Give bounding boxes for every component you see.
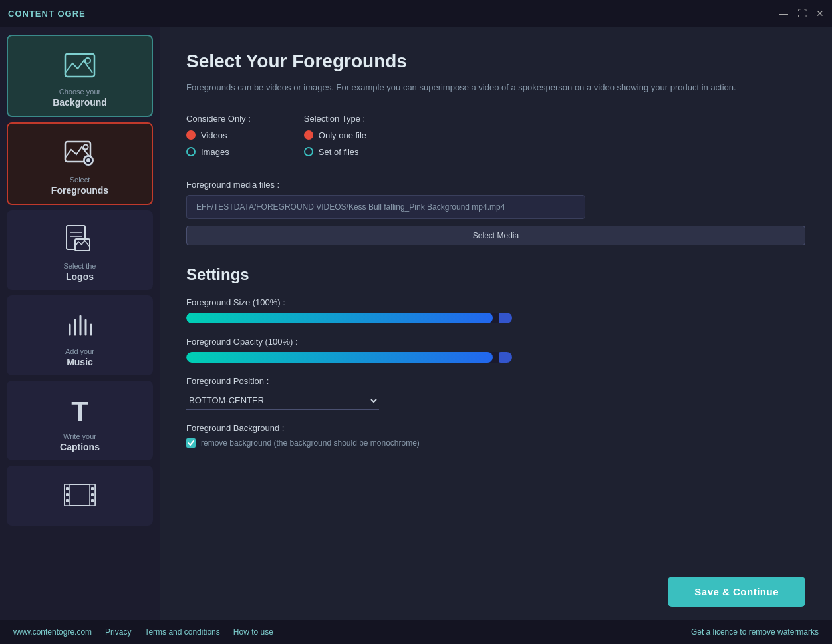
options-row: Considere Only : Videos Images Selection…	[186, 114, 805, 164]
sidebar-logos-sub: Select the	[64, 262, 96, 270]
svg-rect-23	[91, 487, 94, 490]
fg-opacity-slider[interactable]	[186, 352, 512, 363]
sidebar-item-write-captions[interactable]: T Write your Captions	[7, 381, 153, 460]
fg-opacity-fill	[186, 352, 493, 363]
main-content: Select Your Foregrounds Foregrounds can …	[160, 27, 832, 620]
sidebar-captions-main: Captions	[60, 442, 100, 452]
sidebar-item-select-logos[interactable]: Select the Logos	[7, 210, 153, 290]
fg-media-value: EFF/TESTDATA/FOREGROUND VIDEOS/Kess Bull…	[186, 195, 585, 219]
considere-label: Considere Only :	[186, 114, 251, 124]
sidebar-bg-main: Background	[53, 97, 107, 108]
only-one-file-radio[interactable]: Only one file	[304, 130, 366, 140]
svg-rect-22	[66, 499, 69, 502]
footer-website[interactable]: www.contentogre.com	[13, 627, 92, 637]
only-one-file-radio-dot	[304, 130, 313, 140]
sidebar-music-main: Music	[67, 357, 93, 367]
fg-opacity-row: Foreground Opacity (100%) :	[186, 337, 805, 363]
fg-size-slider[interactable]	[186, 313, 512, 323]
save-continue-button[interactable]: Save & Continue	[668, 577, 805, 607]
app-body: Choose your Background Select Foreground…	[0, 27, 832, 620]
fg-position-select[interactable]: BOTTOM-CENTER TOP-LEFT TOP-CENTER TOP-RI…	[186, 391, 379, 410]
svg-rect-25	[91, 499, 94, 502]
sidebar-item-select-foregrounds[interactable]: Select Foregrounds	[7, 122, 153, 205]
sidebar-captions-sub: Write your	[63, 432, 96, 440]
images-radio[interactable]: Images	[186, 147, 251, 157]
foregrounds-icon	[61, 134, 98, 172]
titlebar: CONTENT OGRE — ⛶ ✕	[0, 0, 832, 27]
fg-background-label: Foreground Background :	[186, 423, 805, 433]
videos-label: Videos	[201, 130, 227, 140]
remove-bg-label: remove background (the background should…	[201, 438, 420, 448]
logos-icon	[61, 221, 98, 258]
sidebar-fg-sub: Select	[70, 176, 90, 184]
set-of-files-radio[interactable]: Set of files	[304, 147, 366, 157]
set-of-files-label: Set of files	[319, 147, 359, 157]
fg-position-row: Foreground Position : BOTTOM-CENTER TOP-…	[186, 376, 805, 410]
sidebar-fg-main: Foregrounds	[51, 185, 108, 196]
sidebar-item-last[interactable]	[7, 466, 153, 526]
considere-only-group: Considere Only : Videos Images	[186, 114, 251, 164]
minimize-button[interactable]: —	[779, 9, 788, 18]
footer-licence[interactable]: Get a licence to remove watermarks	[691, 627, 819, 637]
set-of-files-radio-dot	[304, 147, 313, 156]
images-radio-dot	[186, 147, 196, 156]
only-one-file-label: Only one file	[319, 130, 366, 140]
svg-point-1	[85, 58, 90, 63]
sidebar-item-add-music[interactable]: Add your Music	[7, 295, 153, 375]
sidebar-logos-main: Logos	[66, 271, 94, 282]
page-title: Select Your Foregrounds	[186, 51, 805, 72]
fg-size-fill	[186, 313, 493, 323]
captions-icon: T	[61, 391, 98, 428]
fg-opacity-label: Foreground Opacity (100%) :	[186, 337, 805, 347]
fg-position-label: Foreground Position :	[186, 376, 805, 386]
svg-rect-20	[66, 487, 69, 490]
music-icon	[61, 306, 98, 343]
videos-radio[interactable]: Videos	[186, 130, 251, 140]
remove-bg-row[interactable]: remove background (the background should…	[186, 438, 805, 448]
videos-radio-dot	[186, 130, 196, 140]
settings-title: Settings	[186, 265, 805, 284]
fg-background-row: Foreground Background : remove backgroun…	[186, 423, 805, 448]
footer: www.contentogre.com Privacy Terms and co…	[0, 620, 832, 644]
fg-size-label: Foreground Size (100%) :	[186, 297, 805, 307]
svg-point-5	[86, 158, 90, 162]
sidebar-bg-sub: Choose your	[59, 88, 100, 96]
selection-type-group: Selection Type : Only one file Set of fi…	[304, 114, 366, 164]
sidebar: Choose your Background Select Foreground…	[0, 27, 160, 620]
footer-privacy[interactable]: Privacy	[105, 627, 131, 637]
footer-terms[interactable]: Terms and conditions	[144, 627, 219, 637]
filmstrip-icon	[61, 476, 98, 514]
app-title: CONTENT OGRE	[8, 9, 86, 19]
footer-how-to-use[interactable]: How to use	[233, 627, 273, 637]
save-btn-row: Save & Continue	[186, 570, 805, 607]
selection-type-label: Selection Type :	[304, 114, 366, 124]
select-media-button[interactable]: Select Media	[186, 226, 805, 245]
fg-size-row: Foreground Size (100%) :	[186, 297, 805, 323]
remove-bg-checkbox[interactable]	[186, 438, 196, 448]
fg-media-label: Foreground media files :	[186, 180, 805, 190]
close-button[interactable]: ✕	[816, 9, 824, 18]
maximize-button[interactable]: ⛶	[797, 9, 807, 18]
images-label: Images	[201, 147, 229, 157]
sidebar-music-sub: Add your	[65, 347, 94, 355]
window-controls: — ⛶ ✕	[779, 9, 824, 18]
fg-opacity-thumb	[499, 352, 512, 363]
fg-size-thumb	[499, 313, 512, 323]
svg-rect-21	[66, 493, 69, 496]
svg-point-3	[84, 145, 88, 150]
background-icon	[61, 47, 98, 84]
page-description: Foregrounds can be videos or images. For…	[186, 81, 805, 95]
svg-text:T: T	[71, 396, 88, 426]
sidebar-item-choose-background[interactable]: Choose your Background	[7, 35, 153, 117]
svg-rect-24	[91, 493, 94, 496]
